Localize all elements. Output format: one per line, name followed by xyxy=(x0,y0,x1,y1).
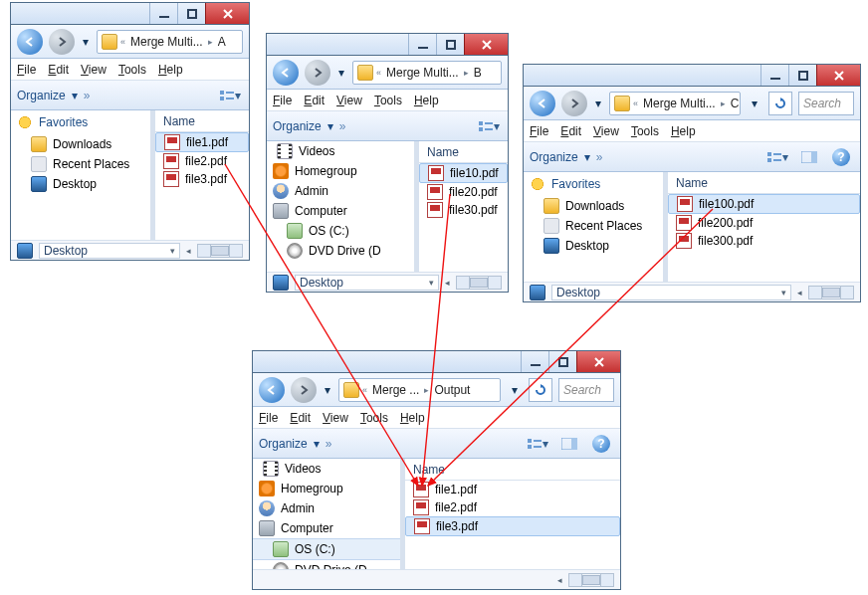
breadcrumb[interactable]: Merge Multi... xyxy=(128,35,205,49)
file-item[interactable]: file3.pdf xyxy=(405,516,620,536)
preview-pane-button[interactable] xyxy=(796,146,822,168)
column-header-name[interactable]: Name xyxy=(405,459,620,481)
organize-menu[interactable]: Organize xyxy=(259,437,308,451)
address-bar[interactable]: « Merge Multi... ▸ C xyxy=(609,92,741,115)
organize-menu[interactable]: Organize xyxy=(530,150,578,164)
organize-menu[interactable]: Organize xyxy=(273,119,322,133)
location-combo[interactable]: Desktop▾ xyxy=(295,275,439,291)
menu-edit[interactable]: Edit xyxy=(290,411,311,425)
nav-videos[interactable]: Videos xyxy=(299,144,334,158)
file-item[interactable]: file1.pdf xyxy=(405,481,620,498)
column-header-name[interactable]: Name xyxy=(419,141,508,163)
minimize-button[interactable] xyxy=(408,34,436,55)
nav-group-favorites[interactable]: Favorites xyxy=(39,115,88,129)
nav-downloads[interactable]: Downloads xyxy=(53,137,111,151)
more-commands[interactable]: » xyxy=(326,437,332,451)
breadcrumb[interactable]: Merge Multi... xyxy=(384,66,461,80)
nav-recent[interactable]: Recent Places xyxy=(53,157,129,171)
minimize-button[interactable] xyxy=(760,65,788,86)
menu-view[interactable]: View xyxy=(81,63,107,77)
location-combo[interactable]: Desktop▾ xyxy=(39,243,180,259)
nav-admin[interactable]: Admin xyxy=(295,184,328,198)
menu-help[interactable]: Help xyxy=(158,63,183,77)
view-mode-button[interactable]: ▾ xyxy=(476,115,502,137)
breadcrumb[interactable]: B xyxy=(472,66,484,80)
menu-help[interactable]: Help xyxy=(400,411,425,425)
file-item[interactable]: file2.pdf xyxy=(405,498,620,516)
close-button[interactable] xyxy=(576,351,620,372)
view-mode-button[interactable]: ▾ xyxy=(525,433,550,455)
nav-videos[interactable]: Videos xyxy=(285,462,321,476)
column-header-name[interactable]: Name xyxy=(668,172,860,194)
titlebar[interactable] xyxy=(253,351,620,373)
nav-history-dropdown[interactable]: ▾ xyxy=(323,383,332,397)
maximize-button[interactable] xyxy=(788,65,816,86)
search-input[interactable]: Search xyxy=(558,378,614,402)
menu-file[interactable]: File xyxy=(17,63,36,77)
nav-computer[interactable]: Computer xyxy=(295,204,347,218)
nav-recent[interactable]: Recent Places xyxy=(565,219,642,233)
preview-pane-button[interactable] xyxy=(556,433,582,455)
more-commands[interactable]: » xyxy=(339,119,346,133)
nav-homegroup[interactable]: Homegroup xyxy=(295,164,357,178)
file-item[interactable]: file100.pdf xyxy=(668,194,860,214)
address-bar[interactable]: « Merge ... ▸ Output xyxy=(338,378,501,402)
breadcrumb[interactable]: Merge Multi... xyxy=(641,97,718,110)
hscrollbar[interactable] xyxy=(568,573,614,587)
location-combo[interactable]: Desktop▾ xyxy=(551,285,791,300)
hscrollbar[interactable] xyxy=(808,286,854,299)
file-item[interactable]: file300.pdf xyxy=(668,232,860,250)
file-item[interactable]: file2.pdf xyxy=(155,152,249,170)
maximize-button[interactable] xyxy=(436,34,464,55)
nav-drive[interactable]: OS (C:) xyxy=(295,542,335,556)
file-item[interactable]: file1.pdf xyxy=(155,132,249,152)
maximize-button[interactable] xyxy=(177,3,205,24)
more-commands[interactable]: » xyxy=(596,150,603,164)
close-button[interactable] xyxy=(816,65,860,86)
menu-view[interactable]: View xyxy=(336,94,362,107)
menu-tools[interactable]: Tools xyxy=(631,124,659,138)
nav-back-button[interactable] xyxy=(259,377,285,403)
hscrollbar[interactable] xyxy=(197,244,243,258)
menu-edit[interactable]: Edit xyxy=(48,63,69,77)
close-button[interactable] xyxy=(464,34,508,55)
menu-file[interactable]: File xyxy=(530,124,548,138)
nav-history-dropdown[interactable]: ▾ xyxy=(336,66,346,80)
menu-view[interactable]: View xyxy=(323,411,348,425)
help-button[interactable]: ? xyxy=(588,433,614,455)
nav-desktop[interactable]: Desktop xyxy=(53,177,97,191)
breadcrumb[interactable]: Output xyxy=(432,383,472,397)
nav-group-favorites[interactable]: Favorites xyxy=(551,177,600,191)
nav-desktop[interactable]: Desktop xyxy=(565,239,609,253)
file-item[interactable]: file30.pdf xyxy=(419,201,508,219)
titlebar[interactable] xyxy=(267,34,508,56)
file-item[interactable]: file200.pdf xyxy=(668,214,860,232)
address-bar[interactable]: « Merge Multi... ▸ A xyxy=(97,30,243,54)
maximize-button[interactable] xyxy=(548,351,576,372)
search-input[interactable]: Search xyxy=(798,92,854,115)
file-item[interactable]: file20.pdf xyxy=(419,183,508,201)
menu-edit[interactable]: Edit xyxy=(304,94,325,107)
menu-help[interactable]: Help xyxy=(671,124,696,138)
minimize-button[interactable] xyxy=(149,3,177,24)
nav-drive[interactable]: OS (C:) xyxy=(309,224,349,238)
nav-back-button[interactable] xyxy=(273,60,299,86)
menu-file[interactable]: File xyxy=(259,411,278,425)
file-item[interactable]: file3.pdf xyxy=(155,170,249,188)
menu-tools[interactable]: Tools xyxy=(360,411,388,425)
menu-file[interactable]: File xyxy=(273,94,292,107)
nav-homegroup[interactable]: Homegroup xyxy=(281,482,343,496)
refresh-button[interactable] xyxy=(529,378,552,402)
menu-edit[interactable]: Edit xyxy=(560,124,581,138)
breadcrumb[interactable]: C xyxy=(729,97,741,110)
help-button[interactable]: ? xyxy=(828,146,854,168)
nav-dvd[interactable]: DVD Drive (D xyxy=(309,244,381,258)
nav-downloads[interactable]: Downloads xyxy=(565,199,624,213)
column-header-name[interactable]: Name xyxy=(155,110,249,132)
menu-tools[interactable]: Tools xyxy=(118,63,146,77)
minimize-button[interactable] xyxy=(521,351,548,372)
address-dropdown[interactable]: ▾ xyxy=(507,383,523,397)
nav-history-dropdown[interactable]: ▾ xyxy=(81,35,91,49)
refresh-button[interactable] xyxy=(768,92,792,115)
nav-back-button[interactable] xyxy=(530,91,555,116)
